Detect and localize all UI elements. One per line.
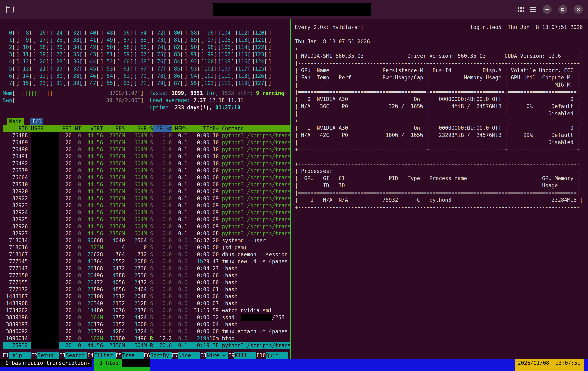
tab-main[interactable]: Main <box>7 118 24 125</box>
cpu-meter: 66[] <box>137 44 154 51</box>
cpu-row: 2[]10[]18[]26[]34[]42[]50[]58[]66[]74[]8… <box>3 44 290 51</box>
fkey-sortby[interactable]: F6SortBy <box>144 352 172 359</box>
process-row-76492[interactable]: 7649220044.5G2356M604MS0.00.10:00.10pyth… <box>3 160 290 167</box>
column-header-time+[interactable]: TIME+ <box>187 125 219 132</box>
meter-bars: | <box>15 97 19 103</box>
process-row-82920[interactable]: 8292020044.5G2356M604MS0.00.10:00.09pyth… <box>3 188 290 195</box>
minimize-button[interactable] <box>543 5 552 14</box>
fkey-search[interactable]: F3Search <box>59 352 87 359</box>
htop-screen-tabs: Main I/O <box>3 118 290 125</box>
process-row-76579[interactable]: 7657920044.5G2356M604MS0.00.10:00.00pyth… <box>3 167 290 174</box>
column-header-pid[interactable]: PID <box>3 125 28 132</box>
column-header-pri[interactable]: PRI <box>59 125 72 132</box>
column-header-mem%[interactable]: MEM% <box>172 125 187 132</box>
redacted-username <box>31 146 59 153</box>
process-row-76489[interactable]: 7648920044.5G2356M604MS0.00.10:00.10pyth… <box>3 139 290 146</box>
cpu-meter: 31[] <box>53 80 70 87</box>
redacted-username <box>31 300 59 307</box>
nvidia-smi-pane[interactable]: Every 2.0s: nvidia-smi login.leo5: Thu J… <box>291 19 588 359</box>
cpu-meter: 108[] <box>221 58 238 65</box>
column-header-ni[interactable]: NI <box>72 125 81 132</box>
process-row-1095014[interactable]: 1095014200102M801003496R12.20.0219h10mht… <box>3 335 290 342</box>
process-row-75932[interactable]: 7593220044.5G2356M604MR70.60.10:19.38pyt… <box>3 342 290 349</box>
tmux-window-0[interactable]: 0 bash:audio_transcription- <box>0 359 92 367</box>
fkey-tree[interactable]: F5Tree <box>116 352 144 359</box>
fkey-kill[interactable]: F9Kill <box>228 352 256 359</box>
process-row-777145[interactable]: 7771452004176475522080S0.00.01h29:47tmux… <box>3 258 290 265</box>
process-row-3839196[interactable]: 3839196200164M57524424S0.00.00:00.32sshd… <box>3 314 290 321</box>
process-row-718014[interactable]: 7180142009066840402504S0.00.036:37.20sys… <box>3 237 290 244</box>
cpu-meter: 30[] <box>53 72 70 80</box>
process-row-82927[interactable]: 8292720044.5G2356M604MS0.00.10:00.08pyth… <box>3 230 290 237</box>
cpu-meter: 57[] <box>120 36 137 44</box>
column-header-command[interactable]: Command <box>219 125 290 132</box>
redacted-username <box>31 195 59 202</box>
process-row-3839197[interactable]: 38391972002617661523600S0.00.00:00.04-ba… <box>3 321 290 328</box>
cpu-meter: 86[] <box>171 72 188 80</box>
process-row-777147[interactable]: 7771472002816854722736S0.00.00:04.27-bas… <box>3 265 290 272</box>
cpu-meter: 58[] <box>120 44 137 51</box>
swap-meter: Swp[|39.7G/2.00T] <box>3 97 144 104</box>
load-average: Load average: 7.37 12.18 11.31 <box>150 97 290 104</box>
new-tab-icon[interactable] <box>6 6 14 13</box>
process-row-82926[interactable]: 8292620044.5G2356M604MS0.00.10:00.09pyth… <box>3 223 290 230</box>
cpu-meter: 28[] <box>53 58 70 65</box>
cpu-meter: 40[] <box>87 29 104 36</box>
process-row-78510[interactable]: 7851020044.5G2356M604MS0.00.10:00.00pyth… <box>3 181 290 188</box>
process-row-76604[interactable]: 7660420044.5G2356M604MS0.00.10:00.00pyth… <box>3 174 290 181</box>
fkey-setup[interactable]: F2Setup <box>31 352 59 359</box>
meter-value: 370G/1.97T <box>109 90 141 97</box>
process-row-1488187[interactable]: 14881872002610823122048S0.00.00:00.06-ba… <box>3 293 290 300</box>
redacted-text <box>241 314 272 321</box>
cpu-meter: 121[] <box>255 36 272 44</box>
process-row-82925[interactable]: 8292520044.5G2356M604MS0.00.10:00.09pyth… <box>3 216 290 223</box>
redacted-username <box>31 216 59 223</box>
cpu-meter: 115[] <box>238 51 255 58</box>
cpu-meter: 79[] <box>154 80 171 87</box>
process-row-82924[interactable]: 8292420044.5G2356M604MS0.00.10:00.09pyth… <box>3 209 290 216</box>
process-row-82923[interactable]: 8292320044.5G2356M604MS0.00.10:00.09pyth… <box>3 202 290 209</box>
redacted-username <box>31 258 59 265</box>
hamburger-menu-icon[interactable] <box>530 7 536 12</box>
cpu-meter: 101[] <box>204 65 221 72</box>
cpu-meter: 0[] <box>3 29 20 36</box>
column-header-cpu%[interactable]: CPU%▽ <box>153 125 172 132</box>
cpu-meter: 62[] <box>120 72 137 80</box>
cpu-meter: 53[] <box>104 65 120 72</box>
fkey-nice-+[interactable]: F8Nice + <box>200 352 228 359</box>
cpu-meter: 106[] <box>221 44 238 51</box>
process-row-777172[interactable]: 7771722002789648562404S0.00.00:00.61-bas… <box>3 286 290 293</box>
fkey-quit[interactable]: F10Quit <box>256 352 288 359</box>
process-row-76490[interactable]: 7649020044.5G2356M604MS0.00.10:00.10pyth… <box>3 146 290 153</box>
workspace-grid-icon[interactable] <box>518 7 524 12</box>
maximize-button[interactable] <box>558 5 567 14</box>
process-row-1734202[interactable]: 17342022001448030762376S0.00.031:15.59wa… <box>3 307 290 314</box>
process-row-718016[interactable]: 718016200323M40S0.00.00:00.00(sd-pam) <box>3 244 290 251</box>
column-header-res[interactable]: RES <box>103 125 125 132</box>
process-row-3840092[interactable]: 38400922002577642843724S0.00.00:00.00tmu… <box>3 328 290 335</box>
redacted-username <box>31 265 59 272</box>
redacted-username <box>31 223 59 230</box>
fkey-filter[interactable]: F4Filter <box>87 352 116 359</box>
column-header-shr[interactable]: SHR <box>125 125 147 132</box>
process-row-76491[interactable]: 7649120044.5G2356M604MS0.00.10:00.10pyth… <box>3 153 290 160</box>
tmux-window-1[interactable]: 1 htop: <box>94 359 149 371</box>
process-row-1488908[interactable]: 14889082002634021322128S0.00.00:00.07-ba… <box>3 300 290 307</box>
close-button[interactable]: × <box>574 5 583 14</box>
column-header-virt[interactable]: VIRT <box>81 125 103 132</box>
tab-io[interactable]: I/O <box>30 118 43 125</box>
fkey-help[interactable]: F1Help <box>3 352 31 359</box>
process-row-777150[interactable]: 7771502002649643882536S0.00.00:00.66-bas… <box>3 272 290 279</box>
column-header-user[interactable]: USER <box>28 125 59 132</box>
process-row-82922[interactable]: 8292220044.5G2356M604MS0.00.10:00.09pyth… <box>3 195 290 202</box>
process-row-777155[interactable]: 7771552002647240562472S0.00.00:00.80-bas… <box>3 279 290 286</box>
cpu-meter: 52[] <box>104 58 120 65</box>
process-row-718167[interactable]: 71816720076628764712S0.00.00:00.00dbus-d… <box>3 251 290 258</box>
cpu-meter: 45[] <box>87 65 104 72</box>
fkey-nice-[interactable]: F7Nice - <box>172 352 200 359</box>
process-row-76488[interactable]: 7648820044.5G2356M604MS0.00.10:00.10pyth… <box>3 132 290 139</box>
cpu-meter: 13[] <box>20 65 36 72</box>
redacted-username <box>31 139 59 146</box>
column-header-s[interactable]: S <box>147 125 153 132</box>
htop-pane[interactable]: 0[]8[]16[]24[]32[]40[]48[]56[]64[]72[]80… <box>0 19 290 359</box>
